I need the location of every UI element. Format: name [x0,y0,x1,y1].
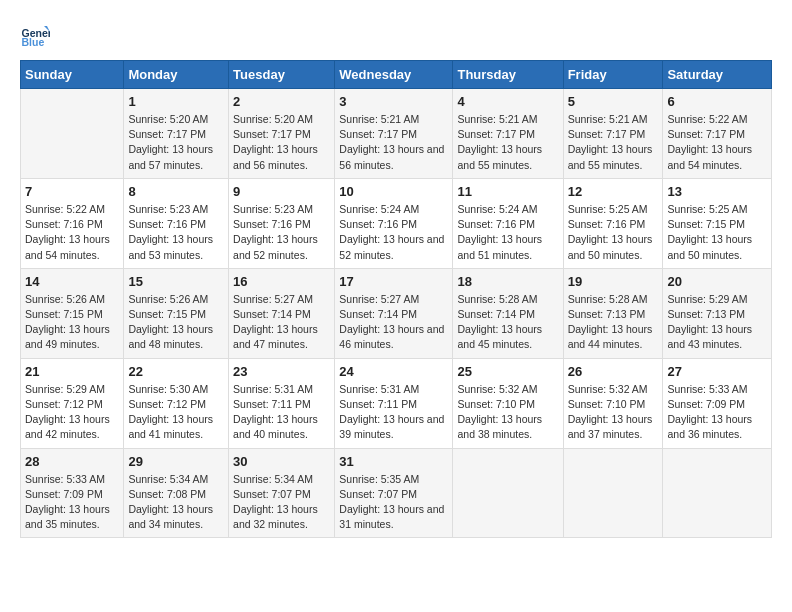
weekday-header: Friday [563,61,663,89]
day-info: Sunrise: 5:20 AMSunset: 7:17 PMDaylight:… [128,112,224,173]
day-info: Sunrise: 5:34 AMSunset: 7:07 PMDaylight:… [233,472,330,533]
calendar-week-row: 1Sunrise: 5:20 AMSunset: 7:17 PMDaylight… [21,89,772,179]
calendar-cell: 28Sunrise: 5:33 AMSunset: 7:09 PMDayligh… [21,448,124,538]
day-number: 13 [667,184,767,199]
day-number: 15 [128,274,224,289]
calendar-cell: 31Sunrise: 5:35 AMSunset: 7:07 PMDayligh… [335,448,453,538]
day-number: 19 [568,274,659,289]
calendar-cell: 15Sunrise: 5:26 AMSunset: 7:15 PMDayligh… [124,268,229,358]
calendar-cell: 20Sunrise: 5:29 AMSunset: 7:13 PMDayligh… [663,268,772,358]
calendar-cell: 23Sunrise: 5:31 AMSunset: 7:11 PMDayligh… [229,358,335,448]
day-number: 17 [339,274,448,289]
weekday-header: Wednesday [335,61,453,89]
calendar-cell: 19Sunrise: 5:28 AMSunset: 7:13 PMDayligh… [563,268,663,358]
day-info: Sunrise: 5:21 AMSunset: 7:17 PMDaylight:… [339,112,448,173]
day-number: 18 [457,274,558,289]
day-info: Sunrise: 5:35 AMSunset: 7:07 PMDaylight:… [339,472,448,533]
calendar-week-row: 21Sunrise: 5:29 AMSunset: 7:12 PMDayligh… [21,358,772,448]
calendar-cell: 21Sunrise: 5:29 AMSunset: 7:12 PMDayligh… [21,358,124,448]
page-header: General Blue [20,20,772,50]
calendar-table: SundayMondayTuesdayWednesdayThursdayFrid… [20,60,772,538]
calendar-cell: 25Sunrise: 5:32 AMSunset: 7:10 PMDayligh… [453,358,563,448]
day-number: 31 [339,454,448,469]
day-number: 28 [25,454,119,469]
calendar-cell: 26Sunrise: 5:32 AMSunset: 7:10 PMDayligh… [563,358,663,448]
day-info: Sunrise: 5:32 AMSunset: 7:10 PMDaylight:… [457,382,558,443]
day-info: Sunrise: 5:23 AMSunset: 7:16 PMDaylight:… [233,202,330,263]
calendar-cell: 22Sunrise: 5:30 AMSunset: 7:12 PMDayligh… [124,358,229,448]
svg-text:Blue: Blue [22,36,45,48]
day-info: Sunrise: 5:26 AMSunset: 7:15 PMDaylight:… [25,292,119,353]
day-number: 7 [25,184,119,199]
logo-icon: General Blue [20,20,50,50]
day-number: 11 [457,184,558,199]
calendar-cell: 13Sunrise: 5:25 AMSunset: 7:15 PMDayligh… [663,178,772,268]
calendar-cell: 6Sunrise: 5:22 AMSunset: 7:17 PMDaylight… [663,89,772,179]
day-number: 21 [25,364,119,379]
logo: General Blue [20,20,30,50]
day-info: Sunrise: 5:27 AMSunset: 7:14 PMDaylight:… [233,292,330,353]
weekday-header: Tuesday [229,61,335,89]
day-number: 8 [128,184,224,199]
calendar-cell [21,89,124,179]
weekday-header: Thursday [453,61,563,89]
day-number: 30 [233,454,330,469]
calendar-week-row: 28Sunrise: 5:33 AMSunset: 7:09 PMDayligh… [21,448,772,538]
calendar-cell: 4Sunrise: 5:21 AMSunset: 7:17 PMDaylight… [453,89,563,179]
day-info: Sunrise: 5:24 AMSunset: 7:16 PMDaylight:… [339,202,448,263]
calendar-cell: 2Sunrise: 5:20 AMSunset: 7:17 PMDaylight… [229,89,335,179]
day-number: 3 [339,94,448,109]
day-info: Sunrise: 5:31 AMSunset: 7:11 PMDaylight:… [233,382,330,443]
calendar-cell: 30Sunrise: 5:34 AMSunset: 7:07 PMDayligh… [229,448,335,538]
day-info: Sunrise: 5:29 AMSunset: 7:13 PMDaylight:… [667,292,767,353]
day-number: 12 [568,184,659,199]
calendar-cell: 29Sunrise: 5:34 AMSunset: 7:08 PMDayligh… [124,448,229,538]
calendar-cell: 27Sunrise: 5:33 AMSunset: 7:09 PMDayligh… [663,358,772,448]
calendar-week-row: 14Sunrise: 5:26 AMSunset: 7:15 PMDayligh… [21,268,772,358]
calendar-cell: 11Sunrise: 5:24 AMSunset: 7:16 PMDayligh… [453,178,563,268]
day-info: Sunrise: 5:28 AMSunset: 7:14 PMDaylight:… [457,292,558,353]
day-number: 16 [233,274,330,289]
calendar-cell: 18Sunrise: 5:28 AMSunset: 7:14 PMDayligh… [453,268,563,358]
day-number: 1 [128,94,224,109]
day-info: Sunrise: 5:22 AMSunset: 7:17 PMDaylight:… [667,112,767,173]
day-number: 27 [667,364,767,379]
calendar-cell: 3Sunrise: 5:21 AMSunset: 7:17 PMDaylight… [335,89,453,179]
calendar-cell: 24Sunrise: 5:31 AMSunset: 7:11 PMDayligh… [335,358,453,448]
calendar-week-row: 7Sunrise: 5:22 AMSunset: 7:16 PMDaylight… [21,178,772,268]
day-info: Sunrise: 5:24 AMSunset: 7:16 PMDaylight:… [457,202,558,263]
calendar-cell: 12Sunrise: 5:25 AMSunset: 7:16 PMDayligh… [563,178,663,268]
calendar-cell [563,448,663,538]
day-info: Sunrise: 5:23 AMSunset: 7:16 PMDaylight:… [128,202,224,263]
day-info: Sunrise: 5:32 AMSunset: 7:10 PMDaylight:… [568,382,659,443]
day-number: 25 [457,364,558,379]
day-number: 4 [457,94,558,109]
day-info: Sunrise: 5:33 AMSunset: 7:09 PMDaylight:… [667,382,767,443]
calendar-cell: 14Sunrise: 5:26 AMSunset: 7:15 PMDayligh… [21,268,124,358]
calendar-cell: 10Sunrise: 5:24 AMSunset: 7:16 PMDayligh… [335,178,453,268]
day-info: Sunrise: 5:34 AMSunset: 7:08 PMDaylight:… [128,472,224,533]
calendar-cell [663,448,772,538]
weekday-header-row: SundayMondayTuesdayWednesdayThursdayFrid… [21,61,772,89]
day-info: Sunrise: 5:33 AMSunset: 7:09 PMDaylight:… [25,472,119,533]
day-info: Sunrise: 5:29 AMSunset: 7:12 PMDaylight:… [25,382,119,443]
day-number: 2 [233,94,330,109]
day-info: Sunrise: 5:26 AMSunset: 7:15 PMDaylight:… [128,292,224,353]
day-number: 23 [233,364,330,379]
calendar-cell: 1Sunrise: 5:20 AMSunset: 7:17 PMDaylight… [124,89,229,179]
weekday-header: Sunday [21,61,124,89]
day-number: 29 [128,454,224,469]
day-number: 26 [568,364,659,379]
calendar-cell: 8Sunrise: 5:23 AMSunset: 7:16 PMDaylight… [124,178,229,268]
day-info: Sunrise: 5:22 AMSunset: 7:16 PMDaylight:… [25,202,119,263]
weekday-header: Monday [124,61,229,89]
calendar-cell: 17Sunrise: 5:27 AMSunset: 7:14 PMDayligh… [335,268,453,358]
day-info: Sunrise: 5:27 AMSunset: 7:14 PMDaylight:… [339,292,448,353]
day-number: 24 [339,364,448,379]
calendar-cell [453,448,563,538]
day-info: Sunrise: 5:31 AMSunset: 7:11 PMDaylight:… [339,382,448,443]
day-number: 5 [568,94,659,109]
day-info: Sunrise: 5:25 AMSunset: 7:15 PMDaylight:… [667,202,767,263]
day-info: Sunrise: 5:25 AMSunset: 7:16 PMDaylight:… [568,202,659,263]
day-info: Sunrise: 5:28 AMSunset: 7:13 PMDaylight:… [568,292,659,353]
